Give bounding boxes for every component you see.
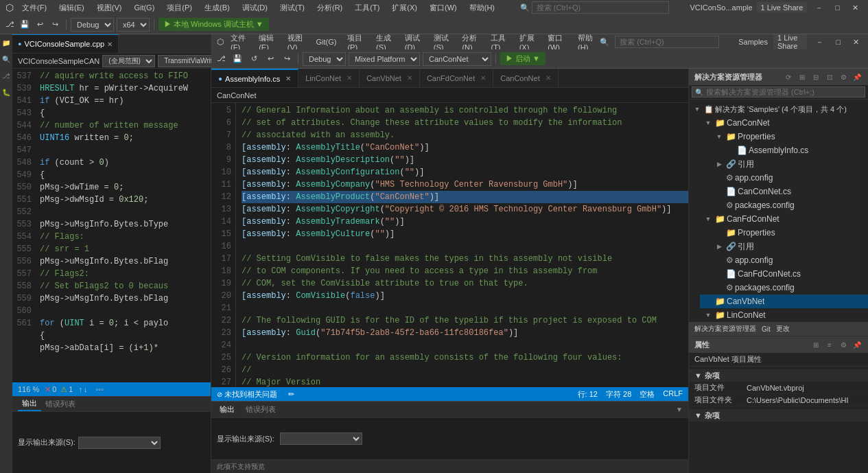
- tree-canvbnet[interactable]: 📁 CanVbNet: [700, 295, 868, 308]
- outer-menu-git[interactable]: Git(G): [130, 2, 159, 13]
- inner-toolbar-refresh-icon[interactable]: ↺: [247, 52, 261, 66]
- tab-linconnet[interactable]: LinConNet ✕: [298, 69, 360, 87]
- inner-debug-combo[interactable]: Debug: [303, 52, 346, 66]
- footer-git-label[interactable]: Git: [762, 325, 771, 333]
- tab-close-icon[interactable]: ✕: [347, 74, 352, 82]
- inner-code-lines[interactable]: // General Information about an assembly…: [236, 103, 688, 387]
- inner-toolbar-git-icon[interactable]: ⎇: [214, 52, 228, 66]
- solution-filter-icon[interactable]: ⊡: [824, 71, 835, 82]
- activity-debug-icon[interactable]: 🐛: [1, 86, 12, 97]
- props-pin-icon[interactable]: 📌: [852, 339, 863, 350]
- inner-toolbar-undo-icon[interactable]: ↩: [263, 52, 277, 66]
- left-scope-combo[interactable]: (全局范围): [102, 55, 155, 67]
- inner-project-combo[interactable]: CanConNet: [423, 52, 491, 66]
- solution-pin-icon[interactable]: 📌: [852, 71, 863, 82]
- tree-canfdconnet-cs[interactable]: 📄 CanFdConNet.cs: [711, 267, 868, 281]
- tree-canconnet[interactable]: ▼ 📁 CanConNet: [700, 116, 868, 130]
- activity-search-icon[interactable]: 🔍: [1, 54, 12, 65]
- inner-platform-combo[interactable]: Mixed Platform: [349, 52, 420, 66]
- outer-menu-tools[interactable]: 工具(T): [351, 1, 384, 14]
- outer-menu-debug[interactable]: 调试(D): [238, 1, 272, 14]
- tree-canconnet-cs[interactable]: 📄 CanConNet.cs: [711, 185, 868, 198]
- outer-menu-extensions[interactable]: 扩展(X): [388, 1, 421, 14]
- tree-references-2[interactable]: ▶ 🔗 引用: [711, 240, 868, 253]
- maximize-btn[interactable]: □: [831, 3, 844, 12]
- props-btn-2[interactable]: ≡: [824, 339, 835, 350]
- inner-close-btn[interactable]: ✕: [849, 38, 863, 47]
- outer-menu-build[interactable]: 生成(B): [200, 1, 234, 14]
- solution-search-input[interactable]: [706, 88, 862, 96]
- props-btn-3[interactable]: ⚙: [838, 339, 849, 350]
- props-btn-1[interactable]: ⊞: [810, 339, 821, 350]
- solution-sync-icon[interactable]: ⟳: [783, 71, 794, 82]
- tree-appconfig-1[interactable]: ⚙ app.config: [711, 171, 868, 185]
- inner-toolbar-redo-icon[interactable]: ↪: [280, 52, 294, 66]
- tab-close-icon[interactable]: ✕: [407, 74, 412, 82]
- live-share-btn[interactable]: 1 Live Share: [757, 2, 808, 13]
- tab-close-icon[interactable]: ✕: [285, 75, 291, 82]
- toolbar-undo-icon[interactable]: ↩: [33, 18, 47, 32]
- footer-changes-label[interactable]: 更改: [776, 324, 790, 334]
- inner-output-source-select[interactable]: [280, 432, 362, 445]
- toolbar-save-icon[interactable]: 💾: [18, 18, 32, 32]
- tree-root[interactable]: ▼ 📋 解决方案 'Samples' (4 个项目，共 4 个): [689, 102, 868, 116]
- outer-menu-test[interactable]: 测试(T): [276, 1, 309, 14]
- inner-menu-git[interactable]: Git(G): [312, 36, 340, 47]
- outer-menu-window[interactable]: 窗口(W): [425, 1, 461, 14]
- minimize-btn[interactable]: －: [811, 3, 827, 13]
- inner-vscode-logo: ⬡: [217, 37, 224, 47]
- left-output-source-select[interactable]: [78, 437, 161, 449]
- outer-run-btn[interactable]: ▶ 本地 Windows 调试主机 ▼: [159, 18, 269, 31]
- tree-packages-2[interactable]: ⚙ packages.config: [711, 281, 868, 295]
- inner-search-input[interactable]: [615, 36, 719, 48]
- tree-assemblyinfo-cs[interactable]: 📄 AssemblyInfo.cs: [722, 143, 868, 157]
- outer-platform-combo[interactable]: x64: [117, 18, 150, 32]
- inner-run-btn[interactable]: ▶ 启动 ▼: [500, 52, 546, 65]
- left-code-editor[interactable]: 537 539 541 543 544 546 547 548 549 550 …: [12, 69, 211, 382]
- tab-close-icon[interactable]: ✕: [480, 74, 486, 82]
- tree-references-1[interactable]: ▶ 🔗 引用: [711, 157, 868, 171]
- toolbar-redo-icon[interactable]: ↪: [48, 18, 62, 32]
- outer-menu-view[interactable]: 视图(V): [93, 1, 126, 14]
- close-btn[interactable]: ✕: [848, 3, 863, 12]
- footer-solution-label[interactable]: 解决方案资源管理器: [694, 324, 756, 334]
- tree-appconfig-2[interactable]: ⚙ app.config: [711, 253, 868, 267]
- outer-menu-edit[interactable]: 编辑(E): [55, 1, 89, 14]
- left-editor-tab-main[interactable]: ● VCIConsoleSample.cpp ✕: [12, 34, 119, 53]
- outer-menu-file[interactable]: 文件(F): [18, 1, 51, 14]
- outer-menu-project[interactable]: 项目(P): [163, 1, 196, 14]
- outer-menu-analyze[interactable]: 分析(R): [313, 1, 347, 14]
- inner-maximize-btn[interactable]: □: [832, 38, 844, 46]
- solution-settings-icon[interactable]: ⚙: [838, 71, 849, 82]
- left-errors-tab[interactable]: 错误列表: [41, 397, 80, 411]
- outer-menu-help[interactable]: 帮助(H): [465, 1, 499, 14]
- left-nav-arrows[interactable]: ↑ ↓: [78, 385, 87, 393]
- tab-canconnet[interactable]: CanConNet ✕: [493, 69, 558, 87]
- activity-git-icon[interactable]: ⎇: [1, 70, 12, 81]
- tree-linconnet[interactable]: ▼ 📁 LinConNet: [700, 308, 868, 322]
- tab-close-icon[interactable]: ✕: [107, 41, 113, 48]
- outer-search-input[interactable]: [532, 1, 669, 14]
- inner-minimize-btn[interactable]: －: [812, 37, 827, 47]
- inner-output-tab-output[interactable]: 输出: [217, 403, 237, 416]
- toolbar-git-icon[interactable]: ⎇: [3, 18, 16, 32]
- status-char: 字符 28: [606, 389, 631, 400]
- inner-toolbar-save-icon[interactable]: 💾: [231, 52, 244, 66]
- inner-output-tab-errors[interactable]: 错误列表: [243, 403, 279, 416]
- inner-output-icons[interactable]: ▼: [676, 406, 683, 413]
- tab-close-icon[interactable]: ✕: [546, 74, 551, 82]
- activity-explorer-icon[interactable]: 📁: [1, 37, 12, 48]
- tree-properties-2[interactable]: 📁 Properties: [711, 226, 868, 240]
- tab-assemblyinfo[interactable]: ● AssemblyInfo.cs ✕: [211, 69, 298, 87]
- left-code-lines[interactable]: // aquire write access to FIFO HRESULT h…: [37, 69, 211, 382]
- outer-debug-combo[interactable]: Debug: [71, 18, 114, 32]
- solution-collapse-icon[interactable]: ⊟: [810, 71, 821, 82]
- left-output-tab[interactable]: 输出: [18, 397, 41, 411]
- tree-properties-1[interactable]: ▼ 📁 Properties: [711, 130, 868, 143]
- inner-code-editor[interactable]: 56789 1011121314 1516171819 2021222324 2…: [211, 103, 688, 387]
- tree-packages-1[interactable]: ⚙ packages.config: [711, 198, 868, 212]
- tree-canfdconnet[interactable]: ▼ 📁 CanFdConNet: [700, 212, 868, 226]
- tab-canfdconnet[interactable]: CanFdConNet ✕: [420, 69, 493, 87]
- solution-expand-icon[interactable]: ⊞: [797, 71, 808, 82]
- tab-canvbnet[interactable]: CanVbNet ✕: [360, 69, 420, 87]
